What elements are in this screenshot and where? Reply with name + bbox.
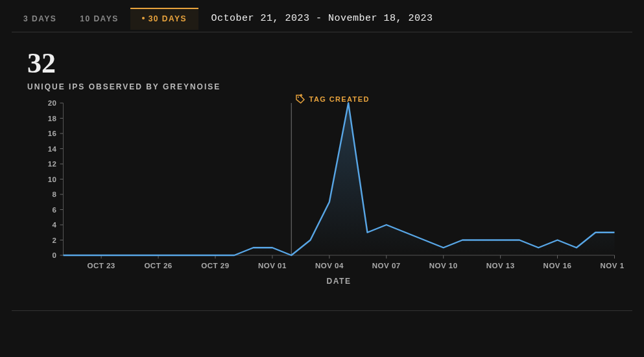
tab-label: 30 DAYS <box>149 14 187 23</box>
svg-text:DATE: DATE <box>327 277 352 286</box>
svg-text:NOV 01: NOV 01 <box>258 262 287 270</box>
annotation-label: TAG CREATED <box>309 95 370 103</box>
svg-text:NOV 19: NOV 19 <box>601 262 625 270</box>
range-tabs: 3 DAYS 10 DAYS 30 DAYS <box>12 8 198 30</box>
svg-text:20: 20 <box>48 99 57 107</box>
svg-text:OCT 26: OCT 26 <box>144 262 172 270</box>
line-chart[interactable]: 02468101214161820OCT 23OCT 26OCT 29NOV 0… <box>27 97 625 291</box>
chart-panel: 32 UNIQUE IPS OBSERVED BY GREYNOISE TAG … <box>12 32 632 311</box>
svg-text:18: 18 <box>48 115 57 122</box>
svg-point-0 <box>298 97 299 98</box>
svg-text:NOV 16: NOV 16 <box>543 262 572 270</box>
svg-text:OCT 29: OCT 29 <box>201 262 229 270</box>
svg-text:NOV 13: NOV 13 <box>486 262 515 270</box>
svg-text:16: 16 <box>48 130 57 137</box>
svg-text:NOV 10: NOV 10 <box>429 262 458 270</box>
tab-3-days[interactable]: 3 DAYS <box>12 8 68 30</box>
summary-label: UNIQUE IPS OBSERVED BY GREYNOISE <box>27 82 625 91</box>
svg-text:OCT 23: OCT 23 <box>87 262 115 270</box>
svg-text:NOV 07: NOV 07 <box>372 262 401 270</box>
svg-text:NOV 04: NOV 04 <box>315 262 344 270</box>
summary-value: 32 <box>27 47 625 80</box>
svg-text:12: 12 <box>48 160 57 168</box>
svg-text:0: 0 <box>53 251 57 259</box>
svg-text:14: 14 <box>48 145 57 153</box>
svg-text:10: 10 <box>48 176 57 183</box>
tab-label: 10 DAYS <box>80 14 118 23</box>
tag-created-annotation: TAG CREATED <box>295 94 370 104</box>
active-dot-icon <box>142 17 145 19</box>
tab-30-days[interactable]: 30 DAYS <box>130 8 198 30</box>
svg-text:4: 4 <box>53 221 57 229</box>
svg-text:2: 2 <box>53 236 57 244</box>
svg-text:6: 6 <box>53 206 57 214</box>
chart-holder: TAG CREATED 02468101214161820OCT 23OCT 2… <box>27 97 625 291</box>
tab-10-days[interactable]: 10 DAYS <box>68 8 130 30</box>
svg-text:8: 8 <box>53 190 57 198</box>
tag-icon <box>295 94 305 104</box>
header: 3 DAYS 10 DAYS 30 DAYS October 21, 2023 … <box>12 5 632 32</box>
date-range: October 21, 2023 - November 18, 2023 <box>211 13 433 24</box>
tab-label: 3 DAYS <box>23 14 56 23</box>
